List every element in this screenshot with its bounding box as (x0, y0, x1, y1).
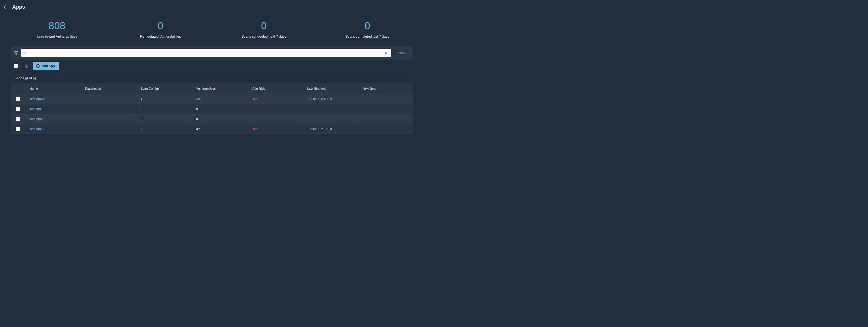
trash-icon (25, 64, 29, 68)
cell-scan-configs: 0 (135, 104, 191, 114)
add-app-label: Add App (42, 64, 55, 68)
svg-marker-0 (14, 51, 18, 55)
page-title: Apps (12, 4, 25, 10)
cell-last-scanned (302, 114, 358, 124)
app-name-link[interactable]: Test App 5 (29, 127, 44, 131)
col-header-vuln-risk[interactable]: Vuln Risk (247, 84, 302, 94)
cell-description (80, 114, 135, 124)
col-header-next-scan[interactable]: Next Scan (358, 84, 413, 94)
cell-vuln-risk (247, 104, 302, 114)
table-row: Test App 200 (11, 104, 413, 114)
search-bullet-icon (24, 52, 26, 54)
stat-completed[interactable]: 0 Scans completed last 7 days (316, 21, 419, 38)
stats-row: 808 Unreviewed Vulnerabilities 0 Remedia… (0, 16, 424, 47)
filter-icon[interactable] (14, 51, 19, 55)
select-all-checkbox[interactable] (11, 62, 20, 70)
col-header-last-scanned[interactable]: Last Scanned (302, 84, 358, 94)
app-name-link[interactable]: Test App 1 (29, 97, 44, 101)
col-header-checkbox (11, 84, 25, 94)
page-header: Apps (0, 0, 424, 16)
search-input-wrap (21, 49, 391, 57)
cell-name: Test App 2 (24, 104, 80, 114)
cell-vulnerabilities: 0 (191, 114, 246, 124)
search-input[interactable] (28, 51, 384, 55)
back-icon[interactable] (3, 4, 7, 10)
col-header-description[interactable]: Description (80, 84, 135, 94)
row-checkbox-cell[interactable] (11, 124, 25, 134)
cell-vuln-risk: High (247, 94, 302, 104)
stat-unreviewed[interactable]: 808 Unreviewed Vulnerabilities (5, 21, 109, 38)
cell-vulnerabilities: 0 (191, 104, 246, 114)
table-row: Test App 11409High12/06/18 1:33 PM (11, 94, 413, 104)
cell-next-scan (358, 114, 413, 124)
cell-scan-configs: 4 (135, 124, 191, 134)
cell-last-scanned: 12/06/18 2:18 PM (302, 124, 358, 134)
row-checkbox-cell[interactable] (11, 114, 25, 124)
checkbox-icon (16, 117, 20, 121)
filter-bar: Apply (11, 47, 413, 59)
cell-last-scanned (302, 104, 358, 114)
stat-label: Unreviewed Vulnerabilities (5, 34, 109, 38)
cell-vuln-risk (247, 114, 302, 124)
cell-name: Test App 5 (24, 124, 80, 134)
cell-vulnerabilities: 409 (191, 94, 246, 104)
clear-icon[interactable] (384, 51, 388, 55)
cell-name: Test App 3 (24, 114, 80, 124)
cell-scan-configs: 1 (135, 94, 191, 104)
col-header-scan-configs[interactable]: Scan Configs (135, 84, 191, 94)
cell-vulnerabilities: 399 (191, 124, 246, 134)
stat-label: Scans scheduled next 7 days (212, 34, 316, 38)
cell-last-scanned: 12/06/18 1:33 PM (302, 94, 358, 104)
add-app-button[interactable]: Add App (33, 62, 59, 70)
stat-value: 0 (212, 21, 316, 31)
col-header-vulnerabilities[interactable]: Vulnerabilities (191, 84, 246, 94)
cell-next-scan (358, 124, 413, 134)
checkbox-icon (16, 127, 20, 131)
stat-value: 0 (109, 21, 212, 31)
delete-button[interactable] (22, 62, 31, 70)
cell-vuln-risk: High (247, 124, 302, 134)
stat-label: Remediated Vulnerabilities (109, 34, 212, 38)
cell-description (80, 104, 135, 114)
row-checkbox-cell[interactable] (11, 94, 25, 104)
apps-table-container: Apps (4 of 4) Name Description Scan Conf… (11, 73, 413, 134)
stat-label: Scans completed last 7 days (316, 34, 419, 38)
cell-description (80, 94, 135, 104)
table-title: Apps (4 of 4) (11, 73, 413, 84)
stat-scheduled[interactable]: 0 Scans scheduled next 7 days (212, 21, 316, 38)
table-header-row: Name Description Scan Configs Vulnerabil… (11, 84, 413, 94)
app-name-link[interactable]: Test App 2 (29, 107, 44, 110)
checkbox-icon (14, 64, 18, 68)
table-row: Test App 300 (11, 114, 413, 124)
app-name-link[interactable]: Test App 3 (29, 117, 44, 120)
checkbox-icon (16, 97, 20, 101)
cell-next-scan (358, 94, 413, 104)
table-row: Test App 54399High12/06/18 2:18 PM (11, 124, 413, 134)
cell-description (80, 124, 135, 134)
cell-next-scan (358, 104, 413, 114)
checkbox-icon (16, 107, 20, 111)
apply-button[interactable]: Apply (394, 49, 410, 57)
stat-value: 808 (5, 21, 109, 31)
col-header-name[interactable]: Name (24, 84, 80, 94)
cell-scan-configs: 0 (135, 114, 191, 124)
table-toolbar: Add App (11, 62, 413, 70)
stat-remediated[interactable]: 0 Remediated Vulnerabilities (109, 21, 212, 38)
apps-table: Name Description Scan Configs Vulnerabil… (11, 83, 413, 134)
plus-circle-icon (36, 64, 40, 68)
stat-value: 0 (316, 21, 419, 31)
cell-name: Test App 1 (24, 94, 80, 104)
row-checkbox-cell[interactable] (11, 104, 25, 114)
